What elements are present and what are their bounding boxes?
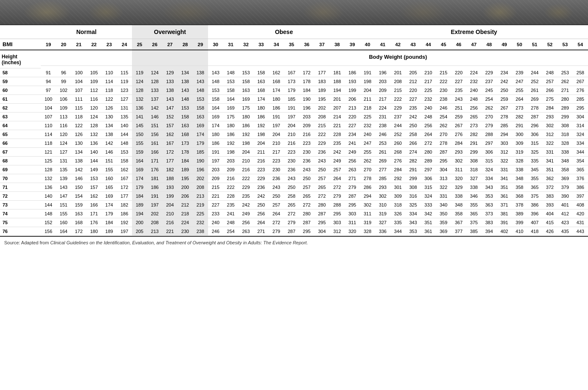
weight-value: 204	[269, 130, 284, 139]
weight-value: 369	[557, 174, 572, 183]
bmi-34: 34	[269, 39, 284, 50]
height-value: 72	[0, 192, 41, 201]
weight-value: 180	[253, 104, 269, 113]
weight-value: 285	[497, 121, 512, 130]
weight-value: 242	[238, 201, 253, 209]
weight-value: 104	[41, 104, 56, 113]
weight-value: 184	[132, 192, 147, 201]
weight-value: 257	[330, 165, 345, 174]
weight-value: 309	[512, 139, 527, 148]
weight-value: 257	[314, 174, 330, 183]
weight-value: 207	[330, 104, 345, 113]
weight-value: 280	[299, 209, 314, 218]
weight-value: 151	[56, 201, 71, 209]
table-row: 6210410911512012613113614214715315816416…	[0, 104, 588, 113]
weight-value: 181	[330, 68, 345, 77]
weight-value: 279	[284, 218, 299, 227]
weight-value: 277	[375, 165, 390, 174]
weight-value: 234	[345, 130, 360, 139]
weight-value: 338	[451, 192, 466, 201]
weight-value: 190	[299, 95, 314, 104]
weight-value: 129	[162, 68, 177, 77]
weight-value: 255	[512, 86, 527, 95]
weight-value: 128	[41, 165, 56, 174]
weight-value: 154	[71, 192, 86, 201]
weight-value: 302	[451, 157, 466, 165]
weight-value: 329	[451, 183, 466, 192]
weight-value: 335	[390, 218, 406, 227]
weight-value: 248	[466, 95, 481, 104]
weight-value: 164	[223, 95, 238, 104]
weight-value: 311	[360, 209, 375, 218]
weight-value: 355	[466, 201, 481, 209]
weight-value: 216	[253, 157, 269, 165]
weight-value: 180	[223, 121, 238, 130]
weight-value: 215	[436, 68, 451, 77]
weight-value: 127	[56, 148, 71, 157]
weight-value: 225	[421, 86, 436, 95]
weight-value: 389	[512, 209, 527, 218]
source-footer: Source: Adapted from Clinical Guidelines…	[0, 236, 588, 249]
weight-value: 243	[451, 95, 466, 104]
weight-value: 272	[299, 201, 314, 209]
weight-value: 299	[466, 148, 481, 157]
weight-value: 137	[147, 95, 162, 104]
weight-value: 312	[542, 130, 557, 139]
weight-value: 216	[299, 130, 314, 139]
weight-value: 201	[390, 68, 406, 77]
weight-value: 224	[177, 218, 192, 227]
height-value: 60	[0, 86, 41, 95]
weight-value: 198	[253, 130, 269, 139]
weight-value: 186	[223, 130, 238, 139]
weight-value: 373	[482, 209, 497, 218]
weight-value: 293	[375, 183, 390, 192]
weight-value: 124	[147, 68, 162, 77]
weight-value: 208	[390, 77, 406, 86]
weight-value: 235	[330, 139, 345, 148]
weight-value: 250	[284, 183, 299, 192]
weight-value: 311	[451, 165, 466, 174]
weight-value: 176	[147, 165, 162, 174]
weight-value: 230	[284, 157, 299, 165]
bmi-52: 52	[542, 39, 557, 50]
weight-value: 132	[41, 174, 56, 183]
weight-value: 351	[542, 165, 557, 174]
height-value: 62	[0, 104, 41, 113]
weight-value: 197	[117, 227, 132, 236]
weight-value: 390	[557, 192, 572, 201]
weight-value: 189	[177, 165, 192, 174]
weight-value: 262	[436, 121, 451, 130]
weight-value: 240	[421, 104, 436, 113]
weight-value: 399	[512, 218, 527, 227]
bmi-47: 47	[466, 39, 481, 50]
weight-value: 113	[56, 113, 71, 121]
weight-value: 118	[102, 86, 117, 95]
weight-value: 212	[406, 77, 421, 86]
weight-value: 99	[56, 77, 71, 86]
bmi-23: 23	[102, 39, 117, 50]
weight-value: 229	[482, 68, 497, 77]
weight-value: 199	[345, 86, 360, 95]
weight-value: 167	[117, 174, 132, 183]
weight-value: 174	[253, 95, 269, 104]
bmi-30: 30	[208, 39, 223, 50]
weight-value: 224	[375, 104, 390, 113]
weight-value: 122	[102, 95, 117, 104]
weight-value: 247	[360, 139, 375, 148]
bmi-31: 31	[223, 39, 238, 50]
weight-value: 203	[375, 77, 390, 86]
weight-value: 245	[482, 86, 497, 95]
weight-value: 348	[451, 201, 466, 209]
weight-value: 169	[223, 104, 238, 113]
weight-value: 153	[223, 77, 238, 86]
weight-value: 143	[56, 183, 71, 192]
weight-value: 259	[451, 113, 466, 121]
weight-value: 107	[41, 113, 56, 121]
weight-value: 168	[269, 77, 284, 86]
weight-value: 236	[299, 157, 314, 165]
weight-value: 189	[132, 201, 147, 209]
weight-value: 110	[102, 68, 117, 77]
weight-value: 215	[390, 86, 406, 95]
weight-value: 148	[41, 209, 56, 218]
height-value: 74	[0, 209, 41, 218]
